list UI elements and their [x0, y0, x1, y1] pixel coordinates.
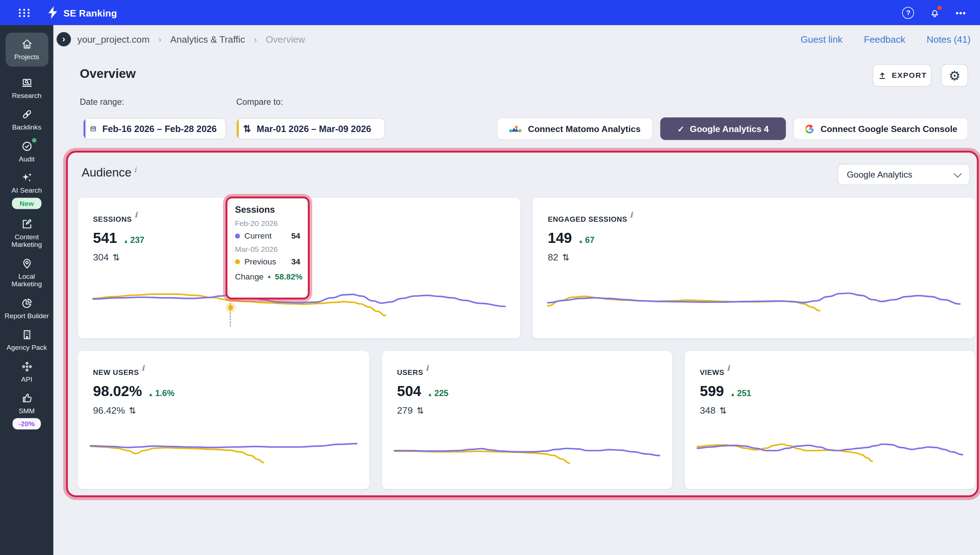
sidebar-item-label: SMM	[19, 407, 35, 415]
home-icon	[21, 38, 33, 50]
info-icon[interactable]: i	[134, 165, 137, 174]
info-icon[interactable]: i	[135, 210, 138, 219]
source-dropdown-value: Google Analytics	[847, 170, 913, 180]
engaged-sessions-card: ENGAGED SESSIONSi 149 ▲67 82⇅	[533, 198, 975, 338]
lightning-bolt-icon	[47, 6, 58, 19]
metric-delta: ▲1.6%	[148, 388, 175, 398]
sidebar-item-projects[interactable]: Projects	[5, 33, 48, 66]
calendar-icon	[90, 124, 96, 134]
sidebar-item-label: Backlinks	[12, 123, 41, 131]
location-pin-icon	[21, 257, 33, 270]
current-period-accent	[84, 119, 85, 139]
notifications-bell-icon[interactable]	[929, 7, 941, 18]
updown-arrows-icon: ⇅	[720, 406, 727, 415]
connect-matomo-button[interactable]: Connect Matomo Analytics	[497, 117, 652, 140]
topbar: SE Ranking ? •••	[0, 0, 980, 25]
swap-arrows-icon: ⇅	[243, 123, 251, 135]
previous-series-dot	[235, 259, 240, 264]
info-icon[interactable]: i	[630, 210, 633, 219]
chevron-down-icon	[954, 169, 962, 177]
audience-section-highlight: Audiencei Google Analytics SESSIONSi 541…	[66, 151, 979, 497]
metric-label: NEW USERSi	[93, 363, 354, 376]
brand-name: SE Ranking	[64, 7, 117, 18]
settings-button[interactable]: ⚙	[941, 64, 968, 87]
connect-gsc-label: Connect Google Search Console	[821, 124, 958, 134]
export-button[interactable]: EXPORT	[873, 64, 932, 87]
date-range-picker[interactable]: Feb-16 2026 – Feb-28 2026	[83, 118, 226, 140]
sidebar-item-content-marketing[interactable]: Content Marketing	[3, 217, 51, 248]
page-title: Overview	[80, 67, 136, 81]
compare-label: Compare to:	[236, 97, 283, 107]
feedback-link[interactable]: Feedback	[864, 34, 905, 45]
metric-value: 599	[700, 383, 724, 400]
updown-arrows-icon: ⇅	[416, 406, 424, 415]
info-icon[interactable]: i	[727, 363, 730, 372]
sidebar-item-label: Audit	[19, 155, 34, 162]
thumbs-up-icon	[21, 392, 33, 404]
audit-check-icon	[21, 140, 33, 152]
breadcrumb-current: Overview	[266, 34, 305, 45]
tooltip-current-row: Current 54	[235, 231, 300, 241]
breadcrumb: your_project.com › Analytics & Traffic ›…	[77, 34, 305, 45]
breadcrumb-section[interactable]: Analytics & Traffic	[170, 34, 245, 45]
views-card: VIEWSi 599 ▲251 348⇅	[685, 351, 975, 489]
brand-logo[interactable]: SE Ranking	[47, 6, 117, 19]
sidebar-item-backlinks[interactable]: Backlinks	[3, 108, 51, 131]
app-grid-icon[interactable]	[19, 9, 31, 17]
chevron-right-icon: ›	[254, 34, 257, 45]
metric-label: ENGAGED SESSIONSi	[548, 210, 960, 223]
sidebar-item-audit[interactable]: Audit	[3, 140, 51, 162]
metric-previous-value: 96.42%⇅	[93, 405, 354, 416]
users-sparkline-chart[interactable]	[395, 435, 660, 483]
audit-status-dot	[32, 138, 36, 142]
pie-chart-icon	[21, 297, 33, 309]
sparkles-icon	[21, 172, 33, 184]
sidebar-item-label: AI Search	[11, 186, 42, 194]
sidebar-item-api[interactable]: API	[3, 360, 51, 383]
sidebar-item-research[interactable]: Research	[3, 76, 51, 99]
metric-previous-value: 348⇅	[700, 405, 960, 416]
notification-dot	[938, 6, 942, 10]
new-badge: New	[12, 197, 42, 209]
updown-arrows-icon: ⇅	[112, 252, 120, 262]
tooltip-previous-date: Mar-05 2026	[235, 245, 300, 254]
metric-label: VIEWSi	[700, 363, 960, 376]
metric-value: 541	[93, 230, 117, 247]
notes-link[interactable]: Notes (41)	[927, 34, 971, 45]
sidebar-item-smm[interactable]: SMM -20%	[3, 392, 51, 429]
info-icon[interactable]: i	[426, 363, 429, 372]
metric-delta: ▲237	[124, 235, 145, 245]
more-menu-icon[interactable]: •••	[956, 8, 966, 17]
info-icon[interactable]: i	[141, 363, 145, 372]
sidebar-item-label: Report Builder	[5, 312, 49, 320]
compare-value: Mar-01 2026 – Mar-09 2026	[257, 124, 371, 134]
tooltip-title: Sessions	[235, 205, 300, 215]
up-triangle-icon: ▲	[267, 274, 272, 279]
discount-badge: -20%	[12, 418, 41, 430]
building-icon	[21, 328, 33, 341]
sidebar-collapse-button[interactable]: ›	[57, 32, 71, 46]
compare-period-picker[interactable]: ⇅ Mar-01 2026 – Mar-09 2026	[236, 118, 385, 140]
updown-arrows-icon: ⇅	[129, 406, 137, 415]
sidebar-item-report-builder[interactable]: Report Builder	[3, 297, 51, 320]
analytics-source-dropdown[interactable]: Google Analytics	[837, 164, 970, 186]
connect-gsc-button[interactable]: Connect Google Search Console	[793, 117, 968, 140]
help-icon[interactable]: ?	[903, 6, 914, 18]
sidebar-item-local-marketing[interactable]: Local Marketing	[3, 257, 51, 288]
metric-value: 149	[548, 230, 572, 247]
updown-arrows-icon: ⇅	[562, 252, 570, 262]
metric-delta: ▲225	[427, 388, 449, 398]
google-analytics4-button[interactable]: ✓ Google Analytics 4	[660, 117, 786, 140]
sidebar-item-agency-pack[interactable]: Agency Pack	[3, 328, 51, 351]
connect-matomo-label: Connect Matomo Analytics	[528, 124, 641, 134]
google-icon	[804, 124, 815, 134]
app-window: SE Ranking ? ••• Projects Research Backl…	[0, 0, 980, 555]
engaged-sessions-sparkline-chart[interactable]	[548, 283, 960, 332]
new-users-sparkline-chart[interactable]	[90, 435, 357, 483]
previous-period-accent	[237, 119, 239, 139]
ga4-label: Google Analytics 4	[690, 124, 769, 134]
sidebar-item-ai-search[interactable]: AI Search New	[3, 172, 51, 209]
views-sparkline-chart[interactable]	[697, 435, 963, 483]
guest-link[interactable]: Guest link	[800, 34, 842, 45]
breadcrumb-project[interactable]: your_project.com	[77, 34, 149, 45]
